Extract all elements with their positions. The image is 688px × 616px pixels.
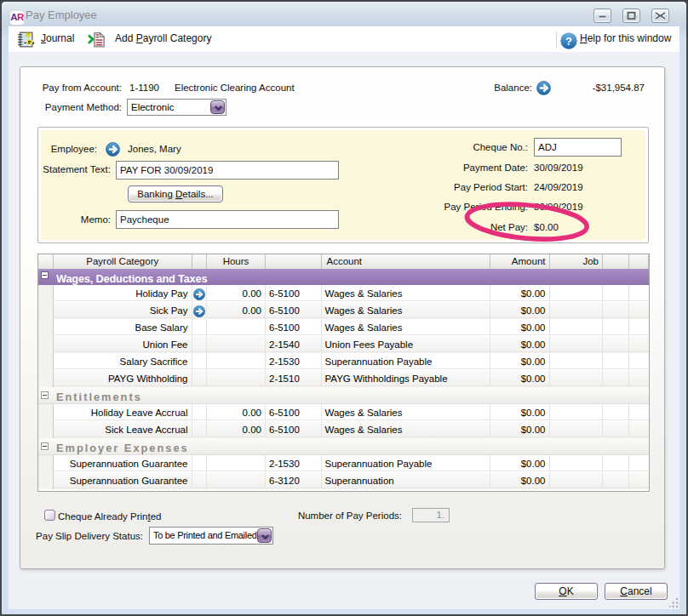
svg-text:?: ? <box>565 35 572 48</box>
